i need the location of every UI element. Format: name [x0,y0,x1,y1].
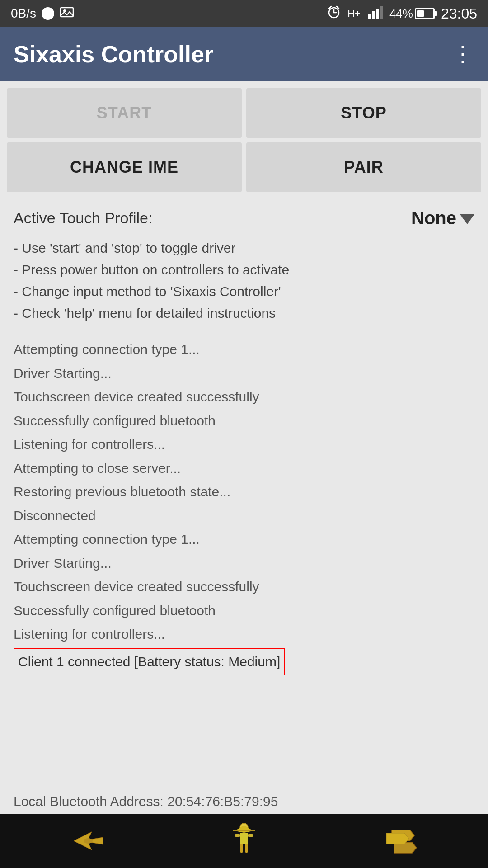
nav-recents-button[interactable] [374,823,428,859]
svg-rect-11 [240,833,248,844]
bluetooth-info: Local Bluetooth Address: 20:54:76:B5:79:… [0,785,488,814]
svg-rect-5 [368,14,371,19]
change-ime-button[interactable]: CHANGE IME [7,142,242,192]
stop-button[interactable]: STOP [246,88,481,138]
app-title: Sixaxis Controller [14,41,213,68]
status-left: 0B/s [11,6,74,22]
svg-rect-8 [380,6,383,19]
signal-icon [367,5,383,23]
info-section: - Use 'start' and 'stop' to toggle drive… [0,233,488,333]
touch-profile-value: None [411,208,456,228]
status-right: H+ 44% 23:05 [327,5,477,23]
hplus-icon: H+ [347,8,361,19]
touch-profile-dropdown[interactable]: None [411,208,474,228]
log-line-0: Attempting connection type 1... [14,338,474,362]
touch-profile-label: Active Touch Profile: [14,209,152,227]
nav-back-button[interactable] [60,823,114,859]
start-button[interactable]: START [7,88,242,138]
info-line-1: - Use 'start' and 'stop' to toggle drive… [14,237,474,259]
alarm-icon [327,5,341,23]
battery-percent: 44% [389,7,413,21]
info-line-2: - Press power button on controllers to a… [14,259,474,281]
action-buttons: START STOP CHANGE IME PAIR [0,81,488,194]
log-line-highlighted: Client 1 connected [Battery status: Medi… [14,648,285,676]
info-line-3: - Change input method to 'Sixaxis Contro… [14,281,474,302]
dropdown-arrow-icon [460,214,474,224]
log-line-3: Successfully configured bluetooth [14,409,474,433]
log-line-4: Listening for controllers... [14,433,474,457]
nav-home-button[interactable] [217,823,271,859]
log-line-5: Attempting to close server... [14,457,474,481]
svg-rect-15 [248,834,253,837]
network-speed: 0B/s [11,6,36,21]
pair-button[interactable]: PAIR [246,142,481,192]
svg-rect-6 [372,11,375,19]
time: 23:05 [441,5,477,22]
log-line-11: Successfully configured bluetooth [14,599,474,623]
log-line-1: Driver Starting... [14,362,474,386]
image-icon [60,6,74,22]
circle-icon [42,7,54,20]
overflow-menu-button[interactable]: ⋮ [452,43,474,65]
app-bar: Sixaxis Controller ⋮ [0,27,488,81]
log-line-2: Touchscreen device created successfully [14,385,474,409]
bottom-nav [0,814,488,868]
log-line-8: Attempting connection type 1... [14,528,474,552]
log-line-10: Touchscreen device created successfully [14,575,474,599]
svg-rect-7 [376,9,379,19]
log-section: Attempting connection type 1... Driver S… [0,333,488,680]
bluetooth-address: Local Bluetooth Address: 20:54:76:B5:79:… [14,794,474,809]
battery-indicator: 44% [389,7,435,21]
main-content: START STOP CHANGE IME PAIR Active Touch … [0,81,488,814]
touch-profile-row: Active Touch Profile: None [0,199,488,233]
info-line-4: - Check 'help' menu for detailed instruc… [14,302,474,324]
svg-point-9 [84,838,93,844]
svg-rect-12 [240,844,243,853]
log-line-9: Driver Starting... [14,552,474,576]
svg-rect-13 [245,844,248,853]
log-line-7: Disconnected [14,504,474,528]
svg-rect-14 [235,834,240,837]
log-line-6: Restoring previous bluetooth state... [14,480,474,504]
log-line-12: Listening for controllers... [14,623,474,646]
status-bar: 0B/s H+ [0,0,488,27]
svg-point-1 [63,9,66,12]
